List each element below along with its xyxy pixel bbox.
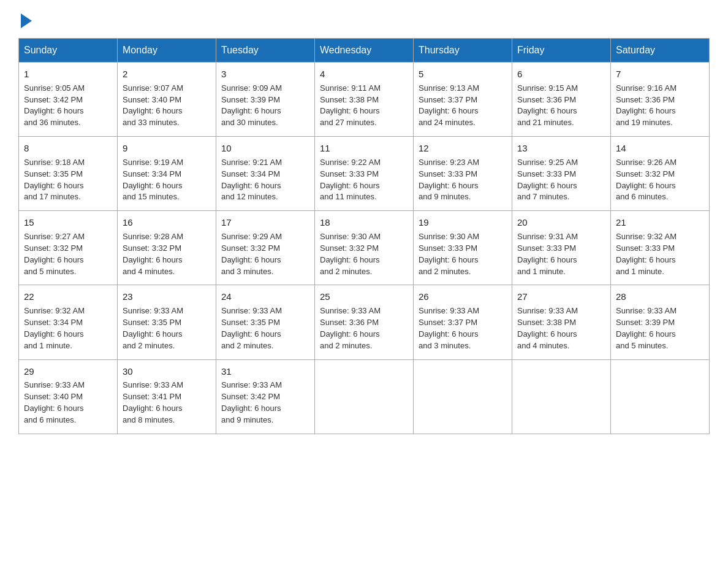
- calendar-week-row: 22Sunrise: 9:32 AMSunset: 3:34 PMDayligh…: [19, 285, 710, 359]
- day-number: 23: [123, 290, 211, 304]
- weekday-header-wednesday: Wednesday: [315, 39, 414, 63]
- day-number: 30: [123, 365, 211, 378]
- calendar-week-row: 1Sunrise: 9:05 AMSunset: 3:42 PMDaylight…: [19, 63, 710, 137]
- calendar-cell: [512, 359, 611, 434]
- day-info-block: Sunrise: 9:22 AMSunset: 3:33 PMDaylight:…: [320, 157, 408, 203]
- day-info-block: Sunrise: 9:27 AMSunset: 3:32 PMDaylight:…: [24, 231, 112, 277]
- day-number: 11: [320, 142, 408, 155]
- day-number: 1: [24, 67, 112, 81]
- day-info-block: Sunrise: 9:18 AMSunset: 3:35 PMDaylight:…: [24, 157, 112, 203]
- calendar-week-row: 15Sunrise: 9:27 AMSunset: 3:32 PMDayligh…: [19, 211, 710, 285]
- calendar-cell: 16Sunrise: 9:28 AMSunset: 3:32 PMDayligh…: [118, 211, 216, 285]
- day-info-block: Sunrise: 9:19 AMSunset: 3:34 PMDaylight:…: [123, 157, 211, 203]
- day-number: 16: [123, 216, 211, 229]
- calendar-cell: [414, 359, 512, 434]
- calendar-cell: 2Sunrise: 9:07 AMSunset: 3:40 PMDaylight…: [118, 63, 216, 137]
- day-number: 17: [221, 216, 309, 229]
- calendar-cell: 8Sunrise: 9:18 AMSunset: 3:35 PMDaylight…: [19, 137, 118, 211]
- calendar-cell: 9Sunrise: 9:19 AMSunset: 3:34 PMDaylight…: [118, 137, 216, 211]
- calendar-cell: 30Sunrise: 9:33 AMSunset: 3:41 PMDayligh…: [118, 359, 216, 434]
- day-number: 15: [24, 216, 112, 229]
- day-number: 20: [517, 216, 605, 229]
- calendar-week-row: 29Sunrise: 9:33 AMSunset: 3:40 PMDayligh…: [19, 359, 710, 434]
- weekday-header-friday: Friday: [512, 39, 611, 63]
- day-number: 21: [616, 216, 704, 229]
- calendar-cell: 27Sunrise: 9:33 AMSunset: 3:38 PMDayligh…: [512, 285, 611, 359]
- day-number: 29: [24, 365, 112, 378]
- day-number: 24: [221, 290, 309, 304]
- weekday-header-saturday: Saturday: [611, 39, 710, 63]
- calendar-cell: 5Sunrise: 9:13 AMSunset: 3:37 PMDaylight…: [414, 63, 512, 137]
- calendar-cell: 19Sunrise: 9:30 AMSunset: 3:33 PMDayligh…: [414, 211, 512, 285]
- day-info-block: Sunrise: 9:29 AMSunset: 3:32 PMDaylight:…: [221, 231, 309, 277]
- day-info-block: Sunrise: 9:32 AMSunset: 3:34 PMDaylight:…: [24, 305, 112, 351]
- day-info-block: Sunrise: 9:30 AMSunset: 3:33 PMDaylight:…: [419, 231, 507, 277]
- weekday-header-monday: Monday: [118, 39, 216, 63]
- day-number: 19: [419, 216, 507, 229]
- day-number: 14: [616, 142, 704, 155]
- calendar-cell: [611, 359, 710, 434]
- calendar-cell: 17Sunrise: 9:29 AMSunset: 3:32 PMDayligh…: [216, 211, 315, 285]
- calendar-cell: 22Sunrise: 9:32 AMSunset: 3:34 PMDayligh…: [19, 285, 118, 359]
- calendar-cell: 18Sunrise: 9:30 AMSunset: 3:32 PMDayligh…: [315, 211, 414, 285]
- day-info-block: Sunrise: 9:11 AMSunset: 3:38 PMDaylight:…: [320, 83, 408, 129]
- calendar-cell: 25Sunrise: 9:33 AMSunset: 3:36 PMDayligh…: [315, 285, 414, 359]
- calendar-cell: 4Sunrise: 9:11 AMSunset: 3:38 PMDaylight…: [315, 63, 414, 137]
- day-number: 2: [123, 67, 211, 81]
- day-number: 31: [221, 365, 309, 378]
- calendar-cell: 23Sunrise: 9:33 AMSunset: 3:35 PMDayligh…: [118, 285, 216, 359]
- day-info-block: Sunrise: 9:16 AMSunset: 3:36 PMDaylight:…: [616, 83, 704, 129]
- day-info-block: Sunrise: 9:23 AMSunset: 3:33 PMDaylight:…: [419, 157, 507, 203]
- calendar-week-row: 8Sunrise: 9:18 AMSunset: 3:35 PMDaylight…: [19, 137, 710, 211]
- day-number: 10: [221, 142, 309, 155]
- day-info-block: Sunrise: 9:33 AMSunset: 3:42 PMDaylight:…: [221, 380, 309, 426]
- calendar-cell: 6Sunrise: 9:15 AMSunset: 3:36 PMDaylight…: [512, 63, 611, 137]
- day-number: 27: [517, 290, 605, 304]
- logo: [18, 12, 32, 26]
- calendar-header-row: SundayMondayTuesdayWednesdayThursdayFrid…: [19, 39, 710, 63]
- day-info-block: Sunrise: 9:33 AMSunset: 3:36 PMDaylight:…: [320, 305, 408, 351]
- calendar-cell: 24Sunrise: 9:33 AMSunset: 3:35 PMDayligh…: [216, 285, 315, 359]
- calendar-cell: 7Sunrise: 9:16 AMSunset: 3:36 PMDaylight…: [611, 63, 710, 137]
- calendar-cell: 15Sunrise: 9:27 AMSunset: 3:32 PMDayligh…: [19, 211, 118, 285]
- day-number: 13: [517, 142, 605, 155]
- calendar-cell: [315, 359, 414, 434]
- day-info-block: Sunrise: 9:28 AMSunset: 3:32 PMDaylight:…: [123, 231, 211, 277]
- calendar-cell: 14Sunrise: 9:26 AMSunset: 3:32 PMDayligh…: [611, 137, 710, 211]
- day-number: 12: [419, 142, 507, 155]
- day-number: 18: [320, 216, 408, 229]
- calendar-cell: 10Sunrise: 9:21 AMSunset: 3:34 PMDayligh…: [216, 137, 315, 211]
- calendar-cell: 1Sunrise: 9:05 AMSunset: 3:42 PMDaylight…: [19, 63, 118, 137]
- day-info-block: Sunrise: 9:33 AMSunset: 3:35 PMDaylight:…: [123, 305, 211, 351]
- day-info-block: Sunrise: 9:05 AMSunset: 3:42 PMDaylight:…: [24, 83, 112, 129]
- calendar-table: SundayMondayTuesdayWednesdayThursdayFrid…: [18, 38, 710, 434]
- calendar-cell: 28Sunrise: 9:33 AMSunset: 3:39 PMDayligh…: [611, 285, 710, 359]
- day-number: 22: [24, 290, 112, 304]
- day-info-block: Sunrise: 9:21 AMSunset: 3:34 PMDaylight:…: [221, 157, 309, 203]
- calendar-cell: 13Sunrise: 9:25 AMSunset: 3:33 PMDayligh…: [512, 137, 611, 211]
- day-info-block: Sunrise: 9:09 AMSunset: 3:39 PMDaylight:…: [221, 83, 309, 129]
- day-number: 4: [320, 67, 408, 81]
- day-info-block: Sunrise: 9:32 AMSunset: 3:33 PMDaylight:…: [616, 231, 704, 277]
- calendar-cell: 31Sunrise: 9:33 AMSunset: 3:42 PMDayligh…: [216, 359, 315, 434]
- day-info-block: Sunrise: 9:26 AMSunset: 3:32 PMDaylight:…: [616, 157, 704, 203]
- calendar-cell: 26Sunrise: 9:33 AMSunset: 3:37 PMDayligh…: [414, 285, 512, 359]
- logo-triangle-icon: [21, 13, 32, 28]
- day-info-block: Sunrise: 9:07 AMSunset: 3:40 PMDaylight:…: [123, 83, 211, 129]
- day-number: 9: [123, 142, 211, 155]
- calendar-cell: 11Sunrise: 9:22 AMSunset: 3:33 PMDayligh…: [315, 137, 414, 211]
- day-number: 6: [517, 67, 605, 81]
- day-info-block: Sunrise: 9:30 AMSunset: 3:32 PMDaylight:…: [320, 231, 408, 277]
- day-info-block: Sunrise: 9:33 AMSunset: 3:39 PMDaylight:…: [616, 305, 704, 351]
- day-info-block: Sunrise: 9:25 AMSunset: 3:33 PMDaylight:…: [517, 157, 605, 203]
- day-info-block: Sunrise: 9:33 AMSunset: 3:35 PMDaylight:…: [221, 305, 309, 351]
- day-number: 5: [419, 67, 507, 81]
- calendar-cell: 21Sunrise: 9:32 AMSunset: 3:33 PMDayligh…: [611, 211, 710, 285]
- day-info-block: Sunrise: 9:13 AMSunset: 3:37 PMDaylight:…: [419, 83, 507, 129]
- day-info-block: Sunrise: 9:15 AMSunset: 3:36 PMDaylight:…: [517, 83, 605, 129]
- calendar-cell: 20Sunrise: 9:31 AMSunset: 3:33 PMDayligh…: [512, 211, 611, 285]
- weekday-header-tuesday: Tuesday: [216, 39, 315, 63]
- day-info-block: Sunrise: 9:33 AMSunset: 3:40 PMDaylight:…: [24, 380, 112, 426]
- day-info-block: Sunrise: 9:31 AMSunset: 3:33 PMDaylight:…: [517, 231, 605, 277]
- day-info-block: Sunrise: 9:33 AMSunset: 3:37 PMDaylight:…: [419, 305, 507, 351]
